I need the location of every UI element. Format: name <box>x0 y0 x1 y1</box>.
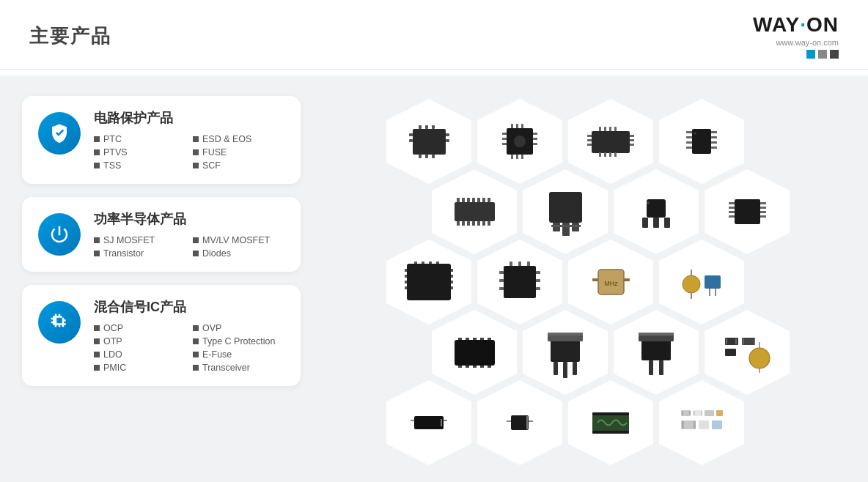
logo: WAY·ON <box>753 13 839 37</box>
svg-point-24 <box>514 136 526 147</box>
svg-rect-55 <box>477 198 480 202</box>
hex-4-2 <box>568 380 653 465</box>
svg-rect-27 <box>587 139 592 141</box>
svg-rect-86 <box>405 275 407 278</box>
bullet <box>193 149 199 155</box>
item-label: Type C Protection <box>202 336 275 346</box>
power-semiconductor-card: 功率半导体产品 SJ MOSFET MV/LV MOSFET Transi <box>22 197 301 272</box>
svg-rect-164 <box>694 411 695 415</box>
svg-rect-119 <box>466 338 469 340</box>
svg-rect-76 <box>729 202 735 204</box>
svg-rect-64 <box>488 221 490 226</box>
svg-rect-117 <box>455 340 495 366</box>
bullet <box>94 325 100 331</box>
circuit-protection-icon <box>38 112 81 155</box>
svg-rect-149 <box>414 416 444 429</box>
svg-rect-50 <box>455 202 495 221</box>
svg-rect-69 <box>551 225 581 227</box>
svg-rect-62 <box>477 221 480 226</box>
chip-icon <box>48 311 70 333</box>
item-label: Transistor <box>103 248 144 259</box>
svg-rect-20 <box>521 124 523 128</box>
hex-grid: .hex-cell { position: absolute; width: 1… <box>323 96 846 482</box>
svg-rect-80 <box>760 202 766 204</box>
resistor-array-img <box>678 404 726 441</box>
svg-rect-134 <box>641 340 671 360</box>
svg-rect-131 <box>563 362 567 378</box>
item-ocp: OCP <box>94 323 185 333</box>
svg-rect-54 <box>472 198 475 202</box>
bullet <box>94 365 100 371</box>
diode-smd-img <box>411 410 447 436</box>
item-ptvs: PTVS <box>94 147 185 157</box>
capacitor-ceramic-img <box>678 262 726 303</box>
page-container: 主要产品 WAY·ON www.way-on.com <box>0 0 868 482</box>
header: 主要产品 WAY·ON www.way-on.com <box>0 0 868 70</box>
svg-rect-88 <box>405 286 407 289</box>
item-esd: ESD & EOS <box>193 134 284 144</box>
svg-rect-1 <box>409 133 413 136</box>
svg-rect-169 <box>682 421 684 429</box>
svg-rect-12 <box>502 133 507 135</box>
bullet <box>94 163 100 168</box>
item-diodes: Diodes <box>193 248 284 259</box>
bullet <box>193 365 199 371</box>
svg-rect-143 <box>743 338 744 344</box>
hex-4-3 <box>659 380 744 465</box>
svg-rect-99 <box>499 279 504 282</box>
svg-rect-17 <box>533 143 537 145</box>
svg-rect-9 <box>425 155 428 158</box>
svg-rect-33 <box>604 127 606 131</box>
power-semiconductor-items: SJ MOSFET MV/LV MOSFET Transistor D <box>94 235 284 259</box>
svg-rect-0 <box>413 129 446 155</box>
svg-rect-58 <box>457 221 460 226</box>
item-label: Transceiver <box>202 363 250 373</box>
svg-rect-23 <box>521 155 523 159</box>
svg-rect-28 <box>587 144 592 146</box>
logo-dot-gray <box>818 50 827 59</box>
svg-rect-22 <box>516 155 518 159</box>
item-ovp: OVP <box>193 323 284 333</box>
bullet <box>94 352 100 357</box>
item-otp: OTP <box>94 336 185 346</box>
bullet <box>193 136 199 142</box>
svg-rect-153 <box>511 415 529 430</box>
svg-rect-14 <box>502 143 507 145</box>
bullet <box>193 338 199 344</box>
page-title: 主要产品 <box>29 23 111 49</box>
diode-to220f-img <box>639 327 674 378</box>
svg-rect-165 <box>701 411 702 415</box>
svg-rect-48 <box>711 147 717 149</box>
svg-rect-114 <box>705 275 721 289</box>
ic-square-img <box>498 119 542 163</box>
svg-rect-21 <box>511 155 513 159</box>
bullet <box>94 237 100 243</box>
item-label: PMIC <box>103 363 126 373</box>
svg-rect-70 <box>647 199 666 218</box>
product-cards: 电路保护产品 PTC ESD & EOS PTVS <box>22 96 301 482</box>
svg-rect-73 <box>664 218 670 228</box>
svg-rect-39 <box>614 152 617 157</box>
circuit-protection-content: 电路保护产品 PTC ESD & EOS PTVS <box>94 109 284 171</box>
small-components-img <box>721 330 773 374</box>
item-label: OVP <box>202 323 221 333</box>
svg-rect-105 <box>518 262 521 266</box>
svg-rect-109 <box>624 278 630 281</box>
item-label: PTVS <box>103 147 128 157</box>
svg-rect-45 <box>711 131 717 133</box>
ic-large-img <box>403 260 455 304</box>
svg-rect-51 <box>457 198 460 202</box>
svg-rect-97 <box>504 266 536 298</box>
svg-rect-84 <box>407 264 451 300</box>
hex-container: .hex-cell { position: absolute; width: 1… <box>379 99 790 482</box>
svg-rect-59 <box>462 221 465 226</box>
svg-rect-26 <box>587 135 592 137</box>
svg-rect-41 <box>686 131 692 133</box>
svg-rect-137 <box>649 360 653 375</box>
shield-icon <box>48 122 70 144</box>
svg-rect-77 <box>729 207 735 209</box>
mixed-signal-ic-card: 混合信号IC产品 OCP OVP OTP <box>22 285 301 386</box>
svg-rect-102 <box>536 279 540 282</box>
svg-rect-141 <box>735 338 737 344</box>
svg-rect-53 <box>467 198 470 202</box>
